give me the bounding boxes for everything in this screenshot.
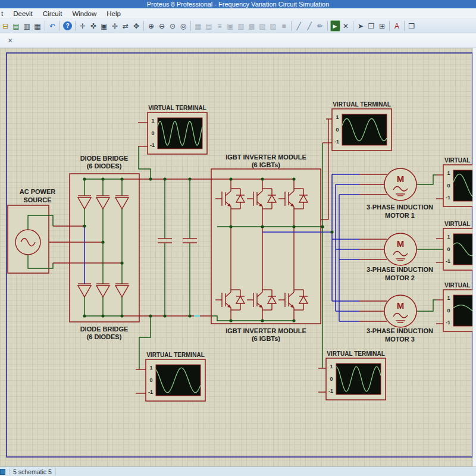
drag-mode-icon[interactable]: ✥ — [131, 20, 142, 32]
property-grid-icon[interactable]: ⊞ — [377, 20, 387, 32]
packages-icon[interactable]: ▥ — [236, 20, 246, 32]
text-script-icon[interactable]: A — [392, 20, 402, 32]
capacitor[interactable] — [183, 239, 197, 243]
ac-source-label: AC POWER — [20, 188, 56, 195]
toolbar-separator — [291, 21, 292, 31]
wire-tool-icon[interactable]: ╱ — [294, 20, 304, 32]
induction-motor-2[interactable]: M — [384, 233, 416, 265]
toolbar: ⊟▤▥▦↶?✛✜▣✢⇄✥⊕⊖⊙◎▦▤≡▣▥▩▧▨■╱╱✏▶✕➤❐⊞A❒ — [0, 19, 476, 33]
svg-text:-1: -1 — [446, 320, 450, 325]
terminal-title: VIRTUAL TERMINAL — [444, 157, 476, 164]
vertical-scrollbar[interactable] — [472, 48, 476, 466]
open-icon[interactable]: ⊟ — [1, 20, 11, 32]
virtual-terminal-right-3[interactable]: 1 0 -1 VIRTUAL TERMINAL — [443, 282, 476, 331]
svg-text:(6 IGBTs): (6 IGBTs) — [252, 161, 280, 168]
board-icon[interactable]: ■ — [279, 20, 289, 32]
bus-tool-icon[interactable]: ╱ — [305, 20, 315, 32]
svg-text:1: 1 — [330, 364, 333, 369]
virtual-terminal-right-2[interactable]: 1 0 -1 VIRTUAL TERMINAL — [443, 221, 476, 270]
svg-text:0: 0 — [447, 183, 450, 189]
svg-text:0: 0 — [336, 127, 339, 133]
break-wire-icon[interactable]: ✕ — [341, 20, 351, 32]
toolbar-separator — [353, 21, 353, 31]
status-separator — [55, 468, 56, 475]
svg-text:-1: -1 — [148, 389, 153, 395]
close-tab-button[interactable]: ✕ — [6, 36, 14, 45]
redraw-icon[interactable]: ✢ — [110, 20, 120, 32]
toolbar-separator — [404, 21, 405, 31]
status-text: 5 schematic 5 — [13, 468, 52, 475]
svg-text:1: 1 — [447, 295, 450, 301]
route-mode-icon[interactable]: ⇄ — [121, 20, 131, 32]
capacitor[interactable] — [158, 239, 172, 243]
virtual-terminal-bottom-middle[interactable]: 1 0 -1 VIRTUAL TERMINAL — [326, 350, 386, 400]
svg-text:0: 0 — [151, 130, 154, 136]
pan-icon[interactable]: ✛ — [78, 20, 88, 32]
status-icon — [0, 469, 5, 475]
virtual-terminal-right-1[interactable]: 1 0 -1 VIRTUAL TERMINAL — [443, 157, 476, 206]
svg-text:1: 1 — [447, 234, 450, 240]
svg-text:MOTOR 1: MOTOR 1 — [385, 212, 415, 219]
menu-item-circuit[interactable]: Circuit — [43, 10, 62, 17]
markers-icon[interactable]: ▨ — [268, 20, 278, 32]
print-icon[interactable]: ▦ — [33, 20, 43, 32]
status-separator — [9, 468, 10, 475]
induction-motor-1[interactable]: M — [384, 168, 416, 201]
window-title: Proteus 8 Professional - Frequency Varia… — [147, 1, 330, 8]
toolbar-separator — [327, 21, 328, 31]
virtual-terminal-top[interactable]: 1 0 -1 VIRTUAL TERMINAL — [148, 105, 207, 154]
menu-item-window[interactable]: Window — [72, 10, 96, 17]
copy-block-icon[interactable]: ❐ — [367, 20, 377, 32]
schematic-canvas[interactable]: M M M 1 0 -1 VIRTUAL TERMINAL — [0, 48, 476, 466]
zoom-reset-icon[interactable]: ⊙ — [168, 20, 178, 32]
menu-bar: tDeevitCircuitWindowHelp — [0, 8, 476, 19]
svg-text:MOTOR 3: MOTOR 3 — [385, 336, 415, 343]
svg-text:1: 1 — [151, 118, 154, 124]
nets-icon[interactable]: ▩ — [247, 20, 257, 32]
toolbar-separator — [45, 21, 45, 31]
zoom-in-icon[interactable]: ⊕ — [146, 20, 156, 32]
menu-item-deevit[interactable]: Deevit — [13, 10, 33, 17]
motor-2-label: 3-PHASE INDUCTION — [367, 266, 433, 273]
menu-item-t[interactable]: t — [1, 10, 3, 17]
zoom-area-select-icon[interactable]: ▣ — [99, 20, 109, 32]
svg-text:1: 1 — [336, 114, 339, 120]
layers-icon[interactable]: ≡ — [215, 20, 225, 32]
svg-text:(6 DIODES): (6 DIODES) — [87, 162, 122, 170]
probe-tool-icon[interactable]: ✏ — [315, 20, 325, 32]
paste-block-icon[interactable]: ❒ — [407, 20, 417, 32]
svg-text:0: 0 — [447, 246, 450, 252]
undo-icon[interactable]: ↶ — [48, 20, 58, 32]
origin-icon[interactable]: ▤ — [204, 20, 214, 32]
motor-m-glyph: M — [397, 239, 405, 249]
svg-text:(6 IGBTs): (6 IGBTs) — [252, 335, 280, 342]
menu-item-help[interactable]: Help — [107, 10, 121, 17]
motor-1-label: 3-PHASE INDUCTION — [367, 203, 433, 211]
zoom-all-icon[interactable]: ◎ — [178, 20, 189, 32]
save-icon[interactable]: ▤ — [11, 20, 21, 32]
simulate-icon[interactable]: ▶ — [330, 20, 340, 32]
svg-text:1: 1 — [447, 170, 450, 176]
svg-text:SOURCE: SOURCE — [23, 196, 51, 203]
motor-m-glyph: M — [397, 300, 405, 311]
induction-motor-3[interactable]: M — [384, 295, 416, 327]
copy-page-icon[interactable]: ▥ — [22, 20, 32, 32]
svg-text:-1: -1 — [328, 388, 333, 394]
pick-part-icon[interactable]: ➤ — [356, 20, 366, 32]
motor-m-glyph: M — [397, 174, 405, 184]
title-bar[interactable]: Proteus 8 Professional - Frequency Varia… — [0, 0, 476, 8]
diode-bridge[interactable] — [70, 174, 139, 322]
virtual-terminal-top-right[interactable]: 1 0 -1 VIRTUAL TERMINAL — [332, 101, 392, 151]
help-icon[interactable]: ? — [63, 21, 72, 30]
virtual-terminal-bottom-left[interactable]: 1 0 -1 VIRTUAL TERMINAL — [146, 352, 205, 401]
igbt-top-label: IGBT INVERTER MODULE — [226, 154, 306, 161]
cursor-mode-icon[interactable]: ✜ — [89, 20, 99, 32]
sheets-icon[interactable]: ▧ — [258, 20, 268, 32]
zoom-out-icon[interactable]: ⊖ — [157, 20, 167, 32]
components-list-icon[interactable]: ▣ — [226, 20, 236, 32]
dc-link-capacitors[interactable] — [158, 239, 197, 243]
svg-text:0: 0 — [330, 376, 333, 382]
motor-3-label: 3-PHASE INDUCTION — [367, 327, 433, 334]
igbt-inverter-module[interactable] — [211, 169, 321, 324]
grid-icon[interactable]: ▦ — [193, 20, 203, 32]
